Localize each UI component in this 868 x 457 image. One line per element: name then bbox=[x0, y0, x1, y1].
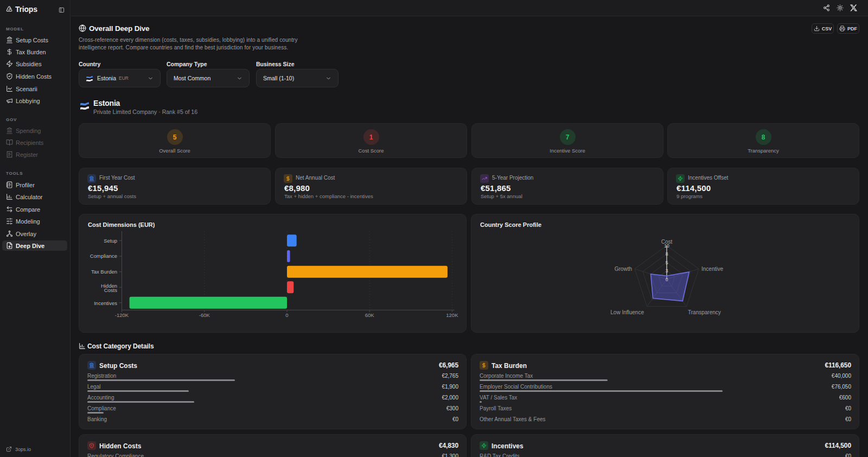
svg-text:120K: 120K bbox=[446, 312, 458, 318]
svg-text:Incentives: Incentives bbox=[94, 300, 117, 306]
svg-text:Growth: Growth bbox=[615, 266, 632, 272]
svg-text:5: 5 bbox=[666, 260, 668, 265]
svg-text:Costs: Costs bbox=[104, 287, 118, 293]
svg-text:Transparency: Transparency bbox=[688, 309, 721, 315]
svg-text:10: 10 bbox=[664, 243, 669, 249]
svg-text:8: 8 bbox=[666, 251, 668, 257]
svg-text:60K: 60K bbox=[365, 312, 375, 318]
svg-text:Setup: Setup bbox=[104, 238, 117, 244]
svg-text:0: 0 bbox=[285, 312, 288, 318]
svg-text:Incentive: Incentive bbox=[701, 266, 723, 272]
svg-text:-120K: -120K bbox=[115, 312, 129, 318]
svg-text:-60K: -60K bbox=[199, 312, 210, 318]
svg-text:3: 3 bbox=[666, 268, 668, 274]
svg-text:0: 0 bbox=[666, 277, 668, 282]
svg-text:Tax Burden: Tax Burden bbox=[91, 269, 117, 275]
svg-text:Compliance: Compliance bbox=[90, 253, 117, 259]
svg-text:Low Influence: Low Influence bbox=[610, 309, 644, 315]
